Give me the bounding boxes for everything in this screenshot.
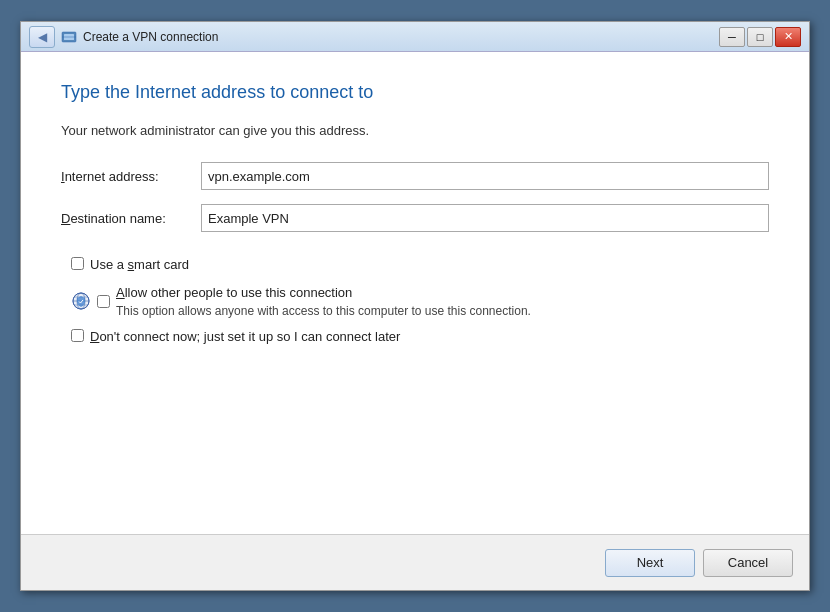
allow-others-row: Allow other people to use this connectio… <box>71 284 769 318</box>
maximize-button[interactable]: □ <box>747 27 773 47</box>
destination-name-input[interactable] <box>201 204 769 232</box>
dont-connect-row: Don't connect now; just set it up so I c… <box>71 328 769 346</box>
cancel-button[interactable]: Cancel <box>703 549 793 577</box>
network-globe-icon <box>71 291 91 311</box>
next-label: Next <box>637 555 664 570</box>
footer: Next Cancel <box>21 534 809 590</box>
close-button[interactable]: ✕ <box>775 27 801 47</box>
page-title: Type the Internet address to connect to <box>61 82 769 103</box>
title-bar: ◀ Create a VPN connection ─ □ ✕ <box>21 22 809 52</box>
smart-card-label: Use a smart card <box>90 256 189 274</box>
minimize-icon: ─ <box>728 31 736 43</box>
cancel-label: Cancel <box>728 555 768 570</box>
page-subtitle: Your network administrator can give you … <box>61 123 769 138</box>
smart-card-checkbox[interactable] <box>71 257 84 270</box>
minimize-button[interactable]: ─ <box>719 27 745 47</box>
content-area: Type the Internet address to connect to … <box>21 52 809 534</box>
dont-connect-label: Don't connect now; just set it up so I c… <box>90 328 400 346</box>
allow-others-checkbox[interactable] <box>97 295 110 308</box>
back-arrow-icon: ◀ <box>38 30 47 44</box>
checkboxes-area: Use a smart card Allow o <box>61 256 769 347</box>
close-icon: ✕ <box>784 30 793 43</box>
vpn-wizard-window: ◀ Create a VPN connection ─ □ ✕ <box>20 21 810 591</box>
destination-name-label-text: Destination name: <box>61 211 166 226</box>
destination-name-row: Destination name: <box>61 204 769 232</box>
next-button[interactable]: Next <box>605 549 695 577</box>
internet-address-label-text: Internet address: <box>61 169 159 184</box>
dont-connect-checkbox[interactable] <box>71 329 84 342</box>
maximize-icon: □ <box>757 31 764 43</box>
destination-name-label: Destination name: <box>61 211 201 226</box>
back-button[interactable]: ◀ <box>29 26 55 48</box>
allow-others-sublabel: This option allows anyone with access to… <box>116 304 531 318</box>
window-controls: ─ □ ✕ <box>719 27 801 47</box>
internet-address-input[interactable] <box>201 162 769 190</box>
title-bar-left: ◀ Create a VPN connection <box>29 26 719 48</box>
internet-address-label: Internet address: <box>61 169 201 184</box>
allow-others-label: Allow other people to use this connectio… <box>116 284 531 302</box>
internet-address-row: Internet address: <box>61 162 769 190</box>
smart-card-row: Use a smart card <box>71 256 769 274</box>
vpn-title-icon <box>61 29 77 45</box>
allow-others-label-block: Allow other people to use this connectio… <box>116 284 531 318</box>
window-title: Create a VPN connection <box>83 30 218 44</box>
